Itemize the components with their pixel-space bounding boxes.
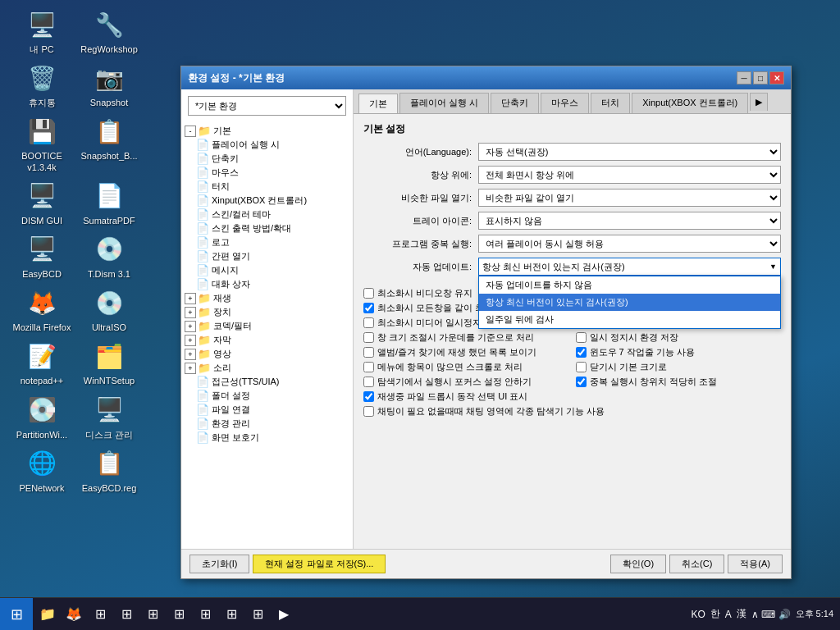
tree-expand-subtitle[interactable]: + — [185, 335, 196, 346]
icon-disk-mgr[interactable]: 🖥️ 디스크 관리 — [80, 394, 139, 441]
tray-icon-select[interactable]: 표시하지 않음 — [478, 212, 781, 230]
icon-my-pc[interactable]: 🖥️ 내 PC — [12, 8, 71, 55]
tree-item-playback[interactable]: + 📁 재생 — [181, 291, 353, 305]
dropdown-item-no-update[interactable]: 자동 업데이트를 하지 않음 — [479, 276, 780, 294]
icon-penetwork[interactable]: 🌐 PENetwork — [12, 447, 71, 494]
tree-item-skin-color[interactable]: 📄 스킨/컬러 테마 — [181, 208, 353, 221]
similar-file-select[interactable]: 비슷한 파일 같이 열기 — [478, 189, 781, 207]
tab-xinput[interactable]: Xinput(XBOX 컨트롤러) — [632, 93, 748, 113]
cb-chat-area-input[interactable] — [363, 406, 374, 417]
icon-dism-gui[interactable]: 🖥️ DISM GUI — [12, 180, 71, 226]
cb-menu-scroll-input[interactable] — [363, 362, 374, 372]
icon-ultraiso[interactable]: 💿 UltraISO — [80, 286, 139, 333]
icon-sumatrapdf[interactable]: 📄 SumatraPDF — [80, 180, 139, 226]
similar-file-select-wrapper: 비슷한 파일 같이 열기 — [478, 189, 781, 207]
taskbar-item-4[interactable]: ⊞ — [167, 603, 190, 626]
icon-firefox[interactable]: 🦊 Mozilla Firefox — [12, 286, 71, 333]
save-button[interactable]: 현재 설정 파일로 저장(S)... — [253, 555, 386, 573]
taskbar-items: 📁 🦊 ⊞ ⊞ ⊞ ⊞ ⊞ ⊞ ⊞ ▶ — [33, 603, 685, 626]
tree-item-touch[interactable]: 📄 터치 — [181, 180, 353, 194]
tree-item-basic[interactable]: - 📁 기본 — [181, 124, 353, 138]
taskbar-item-folder[interactable]: 📁 — [36, 603, 59, 626]
icon-snapshot[interactable]: 📷 Snapshot — [80, 62, 139, 108]
tab-scroll-right[interactable]: ▶ — [750, 93, 768, 111]
icon-easybcd[interactable]: 🖥️ EasyBCD — [12, 233, 71, 280]
taskbar-item-6[interactable]: ⊞ — [220, 603, 243, 626]
tree-expand-codec[interactable]: + — [185, 321, 196, 332]
tree-item-dialog[interactable]: 📄 대화 상자 — [181, 277, 353, 291]
auto-update-dropdown-field[interactable]: 항상 최신 버전이 있는지 검사(권장) ▼ — [478, 258, 781, 276]
tree-item-quick-open[interactable]: 📄 간편 열기 — [181, 249, 353, 263]
tree-expand-device[interactable]: + — [185, 307, 196, 318]
icon-regworkshop[interactable]: 🔧 RegWorkshop — [80, 8, 139, 55]
dropdown-item-weekly-check[interactable]: 일주일 뒤에 검사 — [479, 311, 780, 328]
tree-expand-basic[interactable]: - — [185, 126, 196, 137]
icon-winntsetup[interactable]: 🗂️ WinNTSetup — [80, 340, 139, 386]
tree-expand-sound[interactable]: + — [185, 363, 196, 374]
tree-expand-playback[interactable]: + — [185, 293, 196, 304]
tree-item-codec[interactable]: + 📁 코덱/필터 — [181, 319, 353, 333]
icon-partitionwi[interactable]: 💽 PartitionWi... — [12, 394, 71, 441]
tree-item-file-assoc[interactable]: 📄 파일 연결 — [181, 403, 353, 417]
tree-item-subtitle[interactable]: + 📁 자막 — [181, 333, 353, 347]
tree-item-xinput[interactable]: 📄 Xinput(XBOX 컨트롤러) — [181, 194, 353, 208]
icon-snapshot-b[interactable]: 📋 Snapshot_B... — [80, 115, 139, 172]
dropdown-item-always-check[interactable]: 항상 최신 버전이 있는지 검사(권장) — [479, 294, 780, 311]
tree-item-video[interactable]: + 📁 영상 — [181, 347, 353, 361]
tab-touch[interactable]: 터치 — [591, 93, 630, 113]
always-on-top-select[interactable]: 전체 화면시 항상 위에 — [478, 166, 781, 184]
cancel-button[interactable]: 취소(C) — [669, 555, 724, 573]
taskbar-item-firefox[interactable]: 🦊 — [62, 603, 85, 626]
tree-item-skin-output[interactable]: 📄 스킨 출력 방법/확대 — [181, 221, 353, 235]
taskbar-item-7[interactable]: ⊞ — [246, 603, 269, 626]
ok-button[interactable]: 확인(O) — [610, 555, 666, 573]
dialog-maximize-button[interactable]: □ — [753, 71, 768, 84]
tab-shortcut[interactable]: 단축키 — [491, 93, 539, 113]
icon-easybcdreg[interactable]: 📋 EasyBCD.reg — [80, 447, 139, 494]
tree-expand-video[interactable]: + — [185, 349, 196, 360]
taskbar-item-3[interactable]: ⊞ — [141, 603, 164, 626]
cb-explorer-focus-input[interactable] — [363, 377, 374, 387]
tree-item-player-run[interactable]: 📄 플레이어 실행 시 — [181, 138, 353, 152]
start-button[interactable]: ⊞ — [0, 598, 33, 631]
dialog-minimize-button[interactable]: ─ — [737, 71, 751, 84]
tab-player-run[interactable]: 플레이어 실행 시 — [399, 93, 489, 113]
tab-basic[interactable]: 기본 — [358, 94, 398, 114]
tree-item-env-mgr[interactable]: 📄 환경 관리 — [181, 417, 353, 431]
cb-center-resize-input[interactable] — [363, 332, 374, 343]
tree-item-mouse[interactable]: 📄 마우스 — [181, 166, 353, 180]
cb-win7-taskbar-input[interactable] — [576, 347, 587, 358]
cb-close-default-size-input[interactable] — [576, 362, 587, 372]
cb-minimize-all-input[interactable] — [363, 303, 374, 313]
cb-duplicate-pos-input[interactable] — [576, 377, 587, 387]
dialog-close-button[interactable]: ✕ — [769, 71, 784, 84]
icon-notepadpp[interactable]: 📝 notepad++ — [12, 340, 71, 386]
taskbar-item-1[interactable]: ⊞ — [89, 603, 112, 626]
apply-button[interactable]: 적용(A) — [728, 555, 783, 573]
language-select[interactable]: 자동 선택(권장) — [478, 143, 781, 161]
taskbar-item-play[interactable]: ▶ — [272, 603, 295, 626]
cb-album-history-input[interactable] — [363, 347, 374, 358]
tree-item-logo[interactable]: 📄 로고 — [181, 235, 353, 249]
cb-pause-env-save-input[interactable] — [576, 332, 587, 343]
icon-recycle[interactable]: 🗑️ 휴지통 — [12, 62, 71, 108]
taskbar-item-2[interactable]: ⊞ — [115, 603, 138, 626]
tree-item-shortcut[interactable]: 📄 단축키 — [181, 152, 353, 166]
cb-minimize-video-input[interactable] — [363, 288, 374, 299]
tree-item-accessibility[interactable]: 📄 접근성(TTS/UIA) — [181, 375, 353, 389]
easybcd-icon: 🖥️ — [25, 233, 58, 266]
cb-minimize-pause-input[interactable] — [363, 317, 374, 328]
tree-item-device[interactable]: + 📁 장치 — [181, 305, 353, 319]
taskbar-item-5[interactable]: ⊞ — [194, 603, 217, 626]
icon-bootice[interactable]: 💾 BOOTICE v1.3.4k — [12, 115, 71, 172]
tree-item-message[interactable]: 📄 메시지 — [181, 263, 353, 277]
profile-dropdown[interactable]: *기본 환경 — [188, 96, 346, 116]
init-button[interactable]: 초기화(I) — [189, 555, 249, 573]
multi-run-select[interactable]: 여러 플레이어 동시 실행 허용 — [478, 235, 781, 253]
tree-item-folder-settings[interactable]: 📄 폴더 설정 — [181, 389, 353, 403]
icon-tdism[interactable]: 💿 T.Dism 3.1 — [80, 233, 139, 280]
tree-item-sound[interactable]: + 📁 소리 — [181, 361, 353, 375]
tree-item-screensaver[interactable]: 📄 화면 보호기 — [181, 431, 353, 445]
tab-mouse[interactable]: 마우스 — [541, 93, 589, 113]
cb-drop-action-input[interactable] — [363, 391, 374, 402]
